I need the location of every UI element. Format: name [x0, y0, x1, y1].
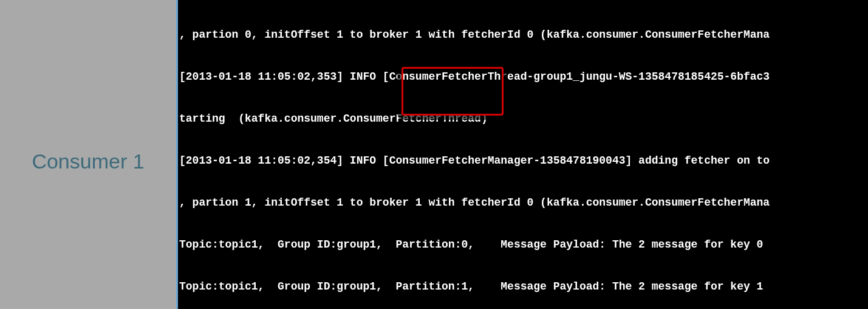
log-line: , partion 1, initOffset 1 to broker 1 wi… — [179, 196, 867, 210]
log-line: Topic:topic1, Group ID:group1, Partition… — [179, 238, 867, 252]
consumer1-terminal: , partion 0, initOffset 1 to broker 1 wi… — [176, 0, 868, 309]
log-line: [2013-01-18 11:05:02,354] INFO [Consumer… — [179, 154, 867, 168]
consumer1-panel: Consumer 1 , partion 0, initOffset 1 to … — [0, 0, 868, 309]
consumer1-terminal-wrap: , partion 0, initOffset 1 to broker 1 wi… — [176, 0, 868, 309]
log-line: Topic:topic1, Group ID:group1, Partition… — [179, 280, 867, 294]
log-line: tarting (kafka.consumer.ConsumerFetcherT… — [179, 112, 867, 126]
consumer1-label: Consumer 1 — [0, 150, 176, 173]
log-line: , partion 0, initOffset 1 to broker 1 wi… — [179, 28, 867, 42]
log-line: [2013-01-18 11:05:02,353] INFO [Consumer… — [179, 70, 867, 84]
